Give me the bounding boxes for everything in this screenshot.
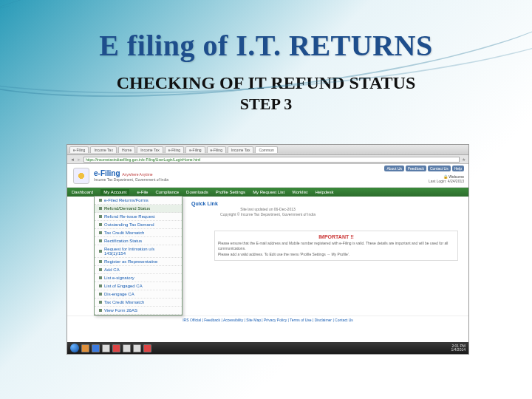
bullet-icon — [99, 309, 102, 312]
bullet-icon — [99, 284, 102, 287]
browser-tab[interactable]: Income Tax — [137, 146, 163, 153]
dd-efiled-returns[interactable]: e-Filed Returns/Forms — [95, 197, 182, 205]
bullet-icon — [99, 207, 102, 210]
browser-tab[interactable]: e-Filing — [69, 146, 89, 153]
menu-my-request-list[interactable]: My Request List — [253, 190, 284, 194]
back-icon[interactable]: ◄ — [70, 157, 75, 162]
dd-view-26as[interactable]: View Form 26AS — [95, 307, 182, 315]
browser-tab[interactable]: e-Filing — [165, 146, 184, 153]
address-bar: ◄ ► https://incometaxindiaefiling.gov.in… — [67, 155, 468, 164]
browser-tab-active[interactable]: Common — [255, 146, 277, 153]
taskbar-app-icon[interactable] — [102, 344, 110, 352]
brand-dept: Income Tax Department, Government of Ind… — [94, 177, 168, 182]
taskbar-app-icon[interactable] — [143, 344, 151, 352]
dd-list-esignatory[interactable]: List e-signatory — [95, 274, 182, 282]
slide-step: STEP 3 — [0, 95, 532, 114]
govt-emblem-icon — [73, 168, 89, 184]
menu-dashboard[interactable]: Dashboard — [72, 190, 93, 194]
brand-title: e-Filing — [94, 169, 120, 177]
bullet-icon — [99, 215, 102, 218]
dd-disengage-ca[interactable]: Dis-engage CA — [95, 290, 182, 299]
bullet-icon — [99, 231, 102, 234]
dd-register-representative[interactable]: Register as Representative — [95, 258, 182, 266]
slide-subtitle: CHECKING OF IT REFUND STATUS — [0, 73, 532, 93]
contact-link[interactable]: Contact Us — [428, 166, 451, 171]
dd-add-ca[interactable]: Add CA — [95, 266, 182, 274]
taskbar-app-icon[interactable] — [123, 344, 131, 352]
page-content: e-Filed Returns/Forms Refund/Demand Stat… — [67, 197, 468, 344]
taskbar-app-icon[interactable] — [112, 344, 120, 352]
url-input[interactable]: https://incometaxindiaefiling.gov.in/e-F… — [83, 157, 460, 163]
menu-efile[interactable]: e-File — [137, 190, 148, 194]
forward-icon[interactable]: ► — [77, 157, 81, 162]
about-link[interactable]: About Us — [384, 166, 404, 171]
site-header: e-Filing Anywhere Anytime Income Tax Dep… — [67, 164, 468, 188]
browser-tab[interactable]: Income Tax — [90, 146, 116, 153]
browser-tabstrip: e-Filing Income Tax Home Income Tax e-Fi… — [67, 145, 468, 155]
slide-title: E filing of I.T. RETURNS — [0, 28, 532, 63]
dd-list-engaged-ca[interactable]: List of Engaged CA — [95, 282, 182, 290]
taskbar-app-icon[interactable] — [92, 344, 100, 352]
taskbar-app-icon[interactable] — [133, 344, 141, 352]
bullet-icon — [99, 223, 102, 226]
header-utility-links: About Us Feedback Contact Us Help — [384, 166, 464, 171]
taskbar-app-icon[interactable] — [81, 344, 89, 352]
important-text-2: Please add a valid address. To Edit use … — [218, 252, 454, 257]
bullet-icon — [99, 276, 102, 279]
menu-worklist[interactable]: Worklist — [292, 190, 307, 194]
dd-refund-reissue[interactable]: Refund Re-issue Request — [95, 213, 182, 221]
footer-links[interactable]: IRS Official | Feedback | Accessibility … — [67, 316, 468, 322]
browser-tab[interactable]: Home — [118, 146, 135, 153]
start-button-icon[interactable] — [70, 344, 79, 352]
browser-tab[interactable]: e-Filing — [207, 146, 226, 153]
brand-tagline: Anywhere Anytime — [122, 172, 152, 177]
bullet-icon — [99, 199, 102, 202]
browser-tab[interactable]: Income Tax — [228, 146, 253, 153]
bullet-icon — [99, 260, 102, 263]
important-text-1: Please ensure that the E-mail address an… — [218, 241, 454, 250]
bullet-icon — [99, 250, 102, 253]
bullet-icon — [99, 268, 102, 271]
embedded-screenshot: e-Filing Income Tax Home Income Tax e-Fi… — [66, 144, 469, 355]
dd-tax-credit-mismatch[interactable]: Tax Credit Mismatch — [95, 229, 182, 237]
bullet-icon — [99, 239, 102, 242]
dd-rectification-status[interactable]: Rectification Status — [95, 237, 182, 245]
system-tray[interactable]: 2:01 PM 1/4/2014 — [451, 344, 466, 352]
menu-downloads[interactable]: Downloads — [186, 190, 208, 194]
dd-outstanding-demand[interactable]: Outstanding Tax Demand — [95, 221, 182, 229]
important-notice: IMPORTANT !! Please ensure that the E-ma… — [214, 231, 458, 261]
menu-profile-settings[interactable]: Profile Settings — [216, 190, 245, 194]
dd-tax-credit-mismatch-2[interactable]: Tax Credit Mismatch — [95, 299, 182, 307]
bullet-icon — [99, 301, 102, 304]
dd-refund-demand-status[interactable]: Refund/Demand Status — [95, 205, 182, 213]
my-account-dropdown: e-Filed Returns/Forms Refund/Demand Stat… — [94, 196, 183, 316]
feedback-link[interactable]: Feedback — [406, 166, 426, 171]
menu-helpdesk[interactable]: Helpdesk — [315, 190, 333, 194]
help-link[interactable]: Help — [452, 166, 464, 171]
menu-my-account[interactable]: My Account — [100, 189, 129, 195]
windows-taskbar: 2:01 PM 1/4/2014 — [67, 342, 468, 354]
important-heading: IMPORTANT !! — [218, 234, 454, 239]
bookmark-icon[interactable]: ★ — [462, 157, 466, 162]
quick-links-heading: Quick Link — [191, 201, 463, 206]
last-login: Last Login: 4/24/2013 — [429, 179, 464, 183]
browser-tab[interactable]: e-Filing — [185, 146, 205, 153]
menu-compliance[interactable]: Compliance — [155, 190, 179, 194]
clock-date: 1/4/2014 — [451, 348, 466, 352]
bullet-icon — [99, 293, 102, 296]
dd-request-intimation[interactable]: Request for Intimation u/s 143(1)/154 — [95, 245, 182, 258]
